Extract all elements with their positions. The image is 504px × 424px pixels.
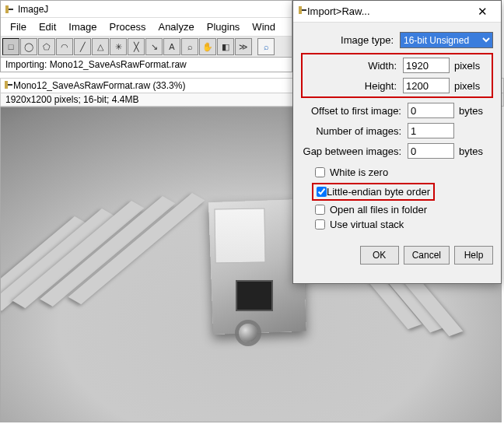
tool-zoom[interactable]: ⌕ xyxy=(181,38,198,55)
row-number: Number of images: xyxy=(301,123,493,138)
svg-rect-4 xyxy=(299,6,302,14)
row-white-is-zero: White is zero xyxy=(315,166,493,178)
image-type-label: Image type: xyxy=(301,34,400,46)
tool-dev[interactable]: ≫ xyxy=(235,38,252,55)
gap-input[interactable] xyxy=(408,143,454,159)
cancel-button[interactable]: Cancel xyxy=(404,246,450,265)
menu-file[interactable]: File xyxy=(5,19,31,34)
document-title: Mono12_SaveAsRawFormat.raw (33.3%) xyxy=(13,80,185,91)
height-unit: pixels xyxy=(454,80,488,92)
tool-rectangle[interactable]: □ xyxy=(2,38,19,55)
virtual-stack-checkbox[interactable] xyxy=(315,219,325,230)
tool-wand[interactable]: ↘ xyxy=(145,38,163,55)
gap-label: Gap between images: xyxy=(301,145,408,157)
dialog-title: Import>Raw... xyxy=(307,5,468,17)
gap-unit: bytes xyxy=(459,145,493,157)
import-raw-dialog: Import>Raw... ✕ Image type: 16-bit Unsig… xyxy=(292,0,502,284)
width-input[interactable] xyxy=(403,58,450,73)
little-endian-highlight-box: Little-endian byte order xyxy=(312,183,435,201)
main-title: ImageJ xyxy=(18,4,48,15)
width-label: Width: xyxy=(306,60,403,72)
offset-unit: bytes xyxy=(459,105,493,117)
tool-angle[interactable]: ✳ xyxy=(110,38,127,55)
white-is-zero-checkbox[interactable] xyxy=(315,167,325,177)
number-label: Number of images: xyxy=(301,125,408,137)
checkbox-group: White is zero Little-endian byte order O… xyxy=(315,166,493,230)
size-highlight-box: Width: pixels Height: pixels xyxy=(301,53,493,98)
tool-text[interactable]: A xyxy=(163,38,180,55)
menu-bar: File Edit Image Process Analyze Plugins … xyxy=(1,18,292,37)
image-content xyxy=(236,280,273,311)
dialog-button-row: OK Cancel Help xyxy=(293,243,501,271)
image-type-select[interactable]: 16-bit Unsigned xyxy=(400,32,493,48)
little-endian-label: Little-endian byte order xyxy=(327,186,430,198)
row-virtual-stack: Use virtual stack xyxy=(315,219,493,230)
svg-rect-0 xyxy=(5,5,9,13)
status-line: Importing: Mono12_SaveAsRawFormat.raw xyxy=(1,58,292,72)
tool-line[interactable]: ╱ xyxy=(74,38,91,55)
tool-oval[interactable]: ◯ xyxy=(20,38,37,55)
virtual-stack-label: Use virtual stack xyxy=(330,219,404,230)
menu-analyze[interactable]: Analyze xyxy=(153,19,198,34)
white-is-zero-label: White is zero xyxy=(330,166,388,178)
imagej-icon xyxy=(4,4,15,15)
imagej-main-window: ImageJ File Edit Image Process Analyze P… xyxy=(0,0,292,72)
tool-point[interactable]: ╳ xyxy=(128,38,145,55)
svg-rect-1 xyxy=(9,9,13,10)
offset-label: Offset to first image: xyxy=(301,105,408,117)
tool-search[interactable]: ⌕ xyxy=(257,38,275,55)
toolbar: □ ◯ ⬠ ◠ ╱ △ ✳ ╳ ↘ A ⌕ ✋ ◧ ≫ ⌕ xyxy=(1,37,292,58)
menu-image[interactable]: Image xyxy=(64,19,101,34)
image-content xyxy=(214,208,265,263)
height-input[interactable] xyxy=(403,78,450,93)
row-width: Width: pixels xyxy=(306,58,488,73)
imagej-icon xyxy=(4,80,13,92)
row-image-type: Image type: 16-bit Unsigned xyxy=(301,32,493,48)
main-title-bar: ImageJ xyxy=(1,1,292,18)
row-offset: Offset to first image: bytes xyxy=(301,103,493,118)
dialog-body: Image type: 16-bit Unsigned Width: pixel… xyxy=(293,23,501,243)
tool-polygon[interactable]: ⬠ xyxy=(38,38,55,55)
row-gap: Gap between images: bytes xyxy=(301,143,493,159)
open-all-label: Open all files in folder xyxy=(330,204,427,216)
svg-rect-2 xyxy=(5,81,8,89)
tool-hand[interactable]: ✋ xyxy=(199,38,216,55)
svg-rect-5 xyxy=(302,9,306,11)
svg-rect-3 xyxy=(8,84,12,86)
menu-process[interactable]: Process xyxy=(105,19,151,34)
menu-window[interactable]: Wind xyxy=(247,19,280,34)
width-unit: pixels xyxy=(454,60,488,72)
tool-segment[interactable]: △ xyxy=(92,38,109,55)
offset-input[interactable] xyxy=(408,103,454,118)
row-open-all: Open all files in folder xyxy=(315,204,493,216)
number-input[interactable] xyxy=(408,123,454,138)
menu-plugins[interactable]: Plugins xyxy=(202,19,245,34)
row-height: Height: pixels xyxy=(306,78,488,93)
imagej-icon xyxy=(298,5,307,17)
close-icon[interactable]: ✕ xyxy=(468,3,496,20)
open-all-checkbox[interactable] xyxy=(315,205,325,215)
height-label: Height: xyxy=(306,80,403,92)
help-button[interactable]: Help xyxy=(454,246,493,265)
tool-dropper[interactable]: ◧ xyxy=(217,38,234,55)
image-content xyxy=(239,324,257,342)
dialog-title-bar: Import>Raw... ✕ xyxy=(293,1,501,23)
ok-button[interactable]: OK xyxy=(360,246,399,265)
tool-freehand[interactable]: ◠ xyxy=(56,38,73,55)
little-endian-checkbox[interactable] xyxy=(317,187,327,197)
menu-edit[interactable]: Edit xyxy=(34,19,61,34)
